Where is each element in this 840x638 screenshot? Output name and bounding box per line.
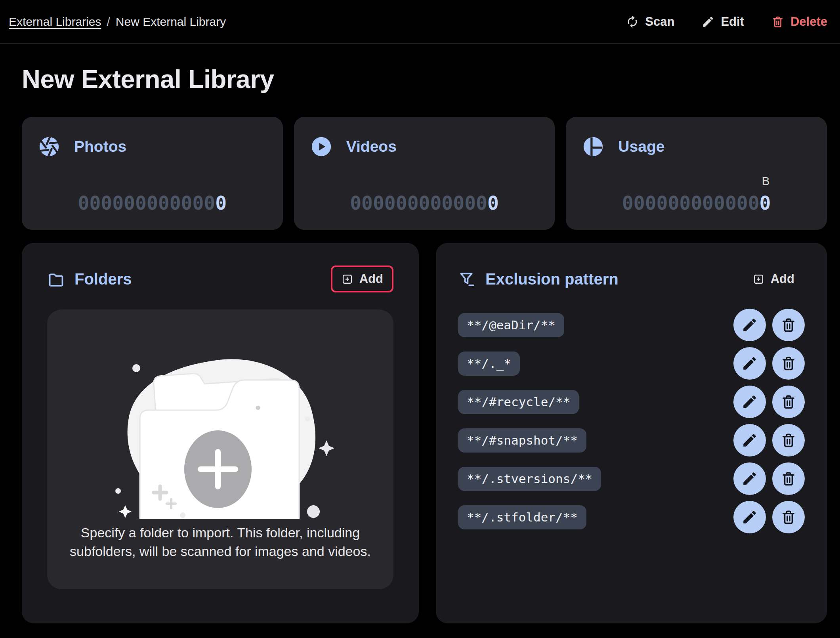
exclusion-pattern-list: **/@eaDir/** **/._* **/#recycle/** [458,309,805,533]
photos-count: 0000000000000 [78,193,227,212]
folders-empty-text: Specify a folder to import. This folder,… [70,523,371,561]
square-plus-icon [341,273,353,285]
pattern-row: **/@eaDir/** [458,309,805,341]
pattern-chip: **/#recycle/** [458,390,579,414]
trash-icon [780,432,797,449]
add-folder-button[interactable]: Add [331,266,393,292]
pattern-chip: **/@eaDir/** [458,313,564,337]
trash-icon [780,509,797,525]
breadcrumb-current: New External Library [116,15,226,29]
play-circle-icon [310,135,333,158]
pencil-icon [701,15,715,29]
edit-pattern-button[interactable] [733,347,766,380]
edit-pattern-button[interactable] [733,424,766,457]
breadcrumb-external-libraries-link[interactable]: External Libraries [9,15,101,29]
exclusion-panel: Exclusion pattern Add **/@eaDir/** **/._… [436,243,827,623]
funnel-minus-icon [458,270,476,288]
delete-pattern-button[interactable] [772,386,805,418]
pencil-icon [741,317,758,333]
folder-empty-illustration [97,332,343,519]
breadcrumb: External Libraries / New External Librar… [9,15,226,29]
pattern-chip: **/._* [458,351,520,376]
delete-pattern-button[interactable] [772,347,805,380]
edit-pattern-button[interactable] [733,309,766,341]
usage-stat-label: Usage [618,138,664,155]
trash-icon [771,15,785,29]
header-actions: Scan Edit Delete [626,15,827,29]
edit-pattern-button[interactable] [733,462,766,495]
pattern-row: **/#snapshot/** [458,424,805,457]
pie-chart-icon [582,135,605,158]
pattern-row: **/.stversions/** [458,462,805,495]
edit-pattern-button[interactable] [733,386,766,418]
pencil-icon [741,470,758,487]
page-title: New External Library [22,64,840,94]
videos-stat-label: Videos [346,138,397,155]
main-content: Folders Add [22,243,827,623]
pattern-chip: **/#snapshot/** [458,428,586,453]
usage-count: 0000000000000B [622,193,771,212]
edit-pattern-button[interactable] [733,501,766,533]
delete-pattern-button[interactable] [772,309,805,341]
square-plus-icon [752,273,765,285]
exclusion-title: Exclusion pattern [485,270,619,288]
trash-icon [780,470,797,487]
scan-label: Scan [645,15,674,29]
scan-button[interactable]: Scan [626,15,674,29]
aperture-icon [38,135,61,158]
delete-label: Delete [790,15,827,29]
pencil-icon [741,393,758,410]
add-exclusion-button[interactable]: Add [742,266,805,292]
edit-button[interactable]: Edit [701,15,744,29]
videos-stat-card: Videos 0000000000000 [294,117,555,230]
stats-row: Photos 0000000000000 Videos 000000000000… [22,117,827,230]
pattern-chip: **/.stfolder/** [458,505,586,529]
delete-pattern-button[interactable] [772,462,805,495]
folders-title: Folders [74,270,132,288]
trash-icon [780,355,797,372]
add-folder-label: Add [359,272,383,286]
pattern-row: **/.stfolder/** [458,501,805,533]
delete-button[interactable]: Delete [771,15,827,29]
refresh-icon [626,15,639,29]
folder-icon [47,270,65,288]
trash-icon [780,317,797,333]
pattern-row: **/#recycle/** [458,386,805,418]
usage-unit: B [762,175,770,187]
breadcrumb-separator: / [107,15,110,29]
pencil-icon [741,509,758,525]
usage-stat-card: Usage 0000000000000B [566,117,827,230]
photos-stat-card: Photos 0000000000000 [22,117,283,230]
folders-empty-state: Specify a folder to import. This folder,… [47,309,393,589]
videos-count: 0000000000000 [350,193,499,212]
edit-label: Edit [721,15,744,29]
delete-pattern-button[interactable] [772,424,805,457]
trash-icon [780,393,797,410]
pattern-chip: **/.stversions/** [458,467,601,491]
top-bar: External Libraries / New External Librar… [0,0,840,44]
pencil-icon [741,355,758,372]
delete-pattern-button[interactable] [772,501,805,533]
pencil-icon [741,432,758,449]
pattern-row: **/._* [458,347,805,380]
folders-panel: Folders Add [22,243,419,623]
photos-stat-label: Photos [74,138,126,155]
add-exclusion-label: Add [771,272,794,286]
